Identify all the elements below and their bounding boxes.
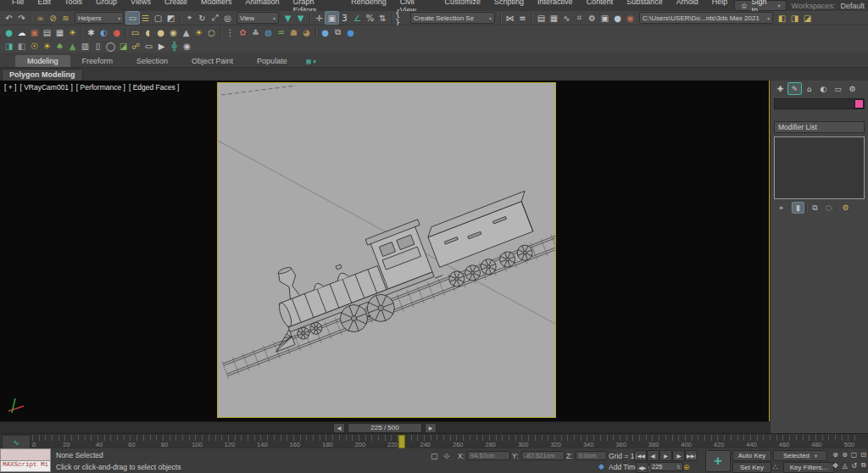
plugin-sphere-icon[interactable]: ● — [3, 26, 15, 38]
fov-icon[interactable]: ◬ — [840, 460, 849, 470]
create-sun-icon[interactable]: ☀ — [41, 40, 53, 52]
plugin-list-icon[interactable]: ▤ — [41, 26, 53, 38]
render-production-icon[interactable]: ● — [611, 12, 624, 24]
tab-modify[interactable]: ✎ — [788, 83, 801, 94]
go-to-start-icon[interactable]: |◀◀ — [634, 450, 647, 461]
use-selection-center-icon[interactable]: ▼ — [294, 12, 307, 24]
spinner-icon[interactable]: ⇅ — [676, 464, 681, 470]
select-object-icon[interactable]: ▭ — [126, 12, 139, 24]
tab-populate[interactable]: Populate — [245, 55, 299, 67]
plugin-tree-icon[interactable]: ♣ — [249, 26, 262, 38]
select-manipulate-icon[interactable]: ✛ — [313, 12, 326, 24]
snaps-3d-icon[interactable]: 3 — [338, 12, 351, 24]
plugin-globe-icon[interactable]: ◍ — [262, 26, 275, 38]
listener-white-row[interactable]: MAXScript Mi — [0, 461, 51, 472]
plugin-disc-light-icon[interactable]: ◉ — [167, 26, 180, 38]
save-folder-icon[interactable]: ◪ — [801, 12, 814, 24]
ribbon-more-icon[interactable]: ▦ ▾ — [299, 57, 323, 67]
track-bar[interactable]: ∿ 02040608010012014016018020022024026028… — [0, 433, 868, 448]
current-frame-marker[interactable] — [398, 435, 405, 448]
show-end-result-icon[interactable]: ▮ — [793, 203, 804, 213]
z-field[interactable]: 0.0cm — [576, 451, 607, 460]
default-in-out-tangent-icon[interactable]: ∴ — [773, 463, 778, 471]
plugin-molecule-icon[interactable]: ✿ — [236, 26, 249, 38]
plugin-halfsphere-icon[interactable]: ◐ — [97, 26, 110, 38]
unlink-icon[interactable]: ⊘ — [47, 12, 59, 24]
isolate-selection-icon[interactable]: ▢ — [431, 452, 438, 460]
snaps-toggle-icon[interactable]: ▣ — [326, 12, 338, 24]
plugin-blue-sphere-icon[interactable]: ● — [319, 26, 331, 38]
plugin-rain-icon[interactable]: ⋮ — [224, 26, 236, 38]
selection-filter-dropdown[interactable]: Helpers▾ — [75, 12, 124, 24]
use-pivot-center-icon[interactable]: ▼ — [281, 12, 294, 24]
grid-helper-icon[interactable]: ╬ — [168, 40, 181, 52]
align-icon[interactable]: ≡ — [516, 12, 529, 24]
play-icon[interactable]: ▶ — [659, 450, 672, 461]
plugin-grass-icon[interactable]: ♒ — [275, 26, 287, 38]
plugin-fur-icon[interactable]: ☗ — [287, 26, 300, 38]
spinner-snap-icon[interactable]: ⇅ — [376, 12, 389, 24]
viewport[interactable]: [ + ] [ VRayCam001 ] [ Performance ] [ E… — [0, 81, 770, 421]
ref-coordsys-dropdown[interactable]: View▾ — [236, 12, 279, 24]
curve-editor-icon[interactable]: ∿ — [560, 12, 573, 24]
plugin-ies-light-icon[interactable]: ○ — [205, 26, 218, 38]
go-to-end-icon[interactable]: ▶▶| — [685, 450, 698, 461]
angle-snap-icon[interactable]: ∠ — [351, 12, 364, 24]
modifier-list-dropdown[interactable]: Modifier List — [774, 121, 865, 133]
object-name-field[interactable] — [774, 98, 865, 109]
select-rotate-icon[interactable]: ↻ — [196, 12, 209, 24]
workspace-dropdown[interactable]: Default — [840, 2, 865, 10]
plugin-rect-light-icon[interactable]: ▭ — [129, 26, 142, 38]
tab-object-paint[interactable]: Object Paint — [180, 55, 245, 67]
create-plane-icon[interactable]: ▭ — [142, 40, 155, 52]
select-move-icon[interactable]: ⌖ — [183, 12, 196, 24]
camera-settings-icon[interactable]: ◧ — [15, 40, 28, 52]
zoom-region-icon[interactable]: ⊡ — [859, 449, 868, 459]
next-frame-arrow[interactable]: ▶ — [425, 423, 437, 433]
viewport-menu-pov[interactable]: [ VRayCam001 ] — [19, 83, 72, 92]
plugin-sun-icon[interactable]: ☀ — [192, 26, 205, 38]
plugin-shell-icon[interactable]: ◕ — [300, 26, 313, 38]
selection-set-dropdown[interactable]: Selected ▾ — [773, 450, 827, 461]
plugin-camera-icon[interactable]: ● — [110, 26, 123, 38]
sign-in-button[interactable]: ☺ Sign In ▾ — [734, 0, 786, 11]
create-trees-icon[interactable]: ♠ — [53, 40, 66, 52]
modifier-stack[interactable] — [774, 136, 865, 199]
time-slider-field[interactable]: 225 / 500 — [348, 423, 422, 433]
percent-snap-icon[interactable]: % — [364, 12, 376, 24]
make-unique-icon[interactable]: ⧉ — [810, 203, 821, 213]
maximize-viewport-icon[interactable]: ⧉ — [859, 460, 868, 470]
rendered-frame-icon[interactable]: ▣ — [598, 12, 611, 24]
named-selection-sets-icon[interactable]: { } — [395, 12, 408, 24]
tab-utilities[interactable]: ⚙ — [846, 83, 859, 94]
bind-spacewarp-icon[interactable]: ≋ — [59, 12, 72, 24]
polygon-modeling-panel[interactable]: Polygon Modeling — [2, 69, 83, 81]
tab-hierarchy[interactable]: ⌂ — [803, 83, 815, 94]
plugin-cone-icon[interactable]: ▲ — [180, 26, 192, 38]
create-torus-icon[interactable]: ◯ — [104, 40, 117, 52]
window-crossing-icon[interactable]: ◩ — [164, 12, 177, 24]
zoom-all-icon[interactable]: ⊛ — [840, 449, 849, 459]
tab-freeform[interactable]: Freeform — [70, 55, 125, 67]
viewport-menu-shading[interactable]: [ Edged Faces ] — [129, 83, 180, 92]
create-camera-icon[interactable]: ◨ — [3, 40, 15, 52]
plugin-ball-icon[interactable]: ● — [344, 26, 357, 38]
viewport-menu-general[interactable]: [ + ] — [4, 83, 16, 92]
next-frame-icon[interactable]: |▶ — [672, 450, 685, 461]
prev-frame-arrow[interactable]: ◀ — [333, 423, 345, 433]
mini-curve-editor-button[interactable]: ∿ — [2, 435, 31, 449]
plugin-satellite-icon[interactable]: ✱ — [85, 26, 97, 38]
undo-icon[interactable]: ↶ — [3, 12, 15, 24]
create-door-icon[interactable]: ▯ — [92, 40, 104, 52]
material-library-icon[interactable]: ▥ — [79, 40, 92, 52]
current-frame-field[interactable]: 225 ⇅ — [649, 462, 683, 471]
prev-frame-icon[interactable]: ◀| — [647, 450, 659, 461]
eye-icon[interactable]: ◉ — [181, 40, 193, 52]
mirror-icon[interactable]: ⋈ — [504, 12, 516, 24]
select-scale-icon[interactable]: ⤢ — [209, 12, 221, 24]
project-folder-icon[interactable]: ◧ — [776, 12, 788, 24]
auto-key-button[interactable]: Auto Key — [732, 450, 771, 461]
redo-icon[interactable]: ↷ — [15, 12, 28, 24]
pin-stack-icon[interactable]: ⌖ — [776, 203, 787, 213]
named-selection-dropdown[interactable]: Create Selection Se▾ — [410, 12, 495, 24]
